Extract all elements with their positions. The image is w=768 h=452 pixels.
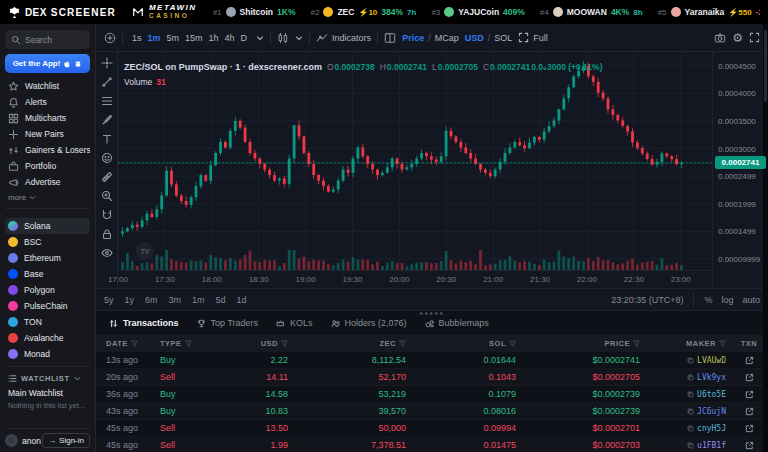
transaction-row[interactable]: 45s agoSell13.5050,0000.09994$0.0002701c… <box>96 420 768 437</box>
filter-funnel-icon[interactable] <box>185 340 192 347</box>
range-button-1y[interactable]: 1y <box>125 295 135 305</box>
maker-copy-icon[interactable] <box>687 357 694 364</box>
chain-item-pulsechain[interactable]: PulseChain <box>5 298 90 314</box>
settings-gear-icon[interactable]: ⚙ <box>732 32 743 44</box>
maker-copy-icon[interactable] <box>687 408 694 415</box>
tx-maker[interactable]: u1FB1f <box>652 437 730 452</box>
chain-item-bsc[interactable]: BSC <box>5 234 90 250</box>
transaction-row[interactable]: 20s agoSell14.1152,1700.1043$0.0002705LV… <box>96 369 768 386</box>
timeframe-button-1m[interactable]: 1m <box>145 31 164 45</box>
watchlist-header[interactable]: WATCHLIST <box>5 371 90 386</box>
filter-funnel-icon[interactable] <box>509 340 516 347</box>
filter-funnel-icon[interactable] <box>131 340 138 347</box>
column-header-maker[interactable]: MAKER <box>652 335 730 352</box>
trendline-tool-icon[interactable] <box>101 76 113 88</box>
usd-sol-toggle[interactable]: USD/SOL <box>465 33 513 43</box>
time-axis[interactable]: 17:0017:3018:0018:3019:0019:3020:0020:30… <box>118 270 712 288</box>
scale-mode-log[interactable]: log <box>721 295 733 305</box>
tx-maker[interactable]: cnyH5J <box>652 420 730 436</box>
range-button-5d[interactable]: 5d <box>216 295 226 305</box>
chain-item-monad[interactable]: Monad <box>5 346 90 362</box>
indicators-button[interactable]: Indicators <box>316 32 371 44</box>
transaction-row[interactable]: 13s agoBuy2.228,112.540.01644$0.0002741L… <box>96 352 768 369</box>
maker-copy-icon[interactable] <box>687 391 694 398</box>
chain-item-solana[interactable]: Solana <box>5 218 90 234</box>
sidebar-item-portfolio[interactable]: Portfolio <box>5 158 90 174</box>
brand-logo[interactable]: DEXSCREENER <box>8 6 116 19</box>
sidebar-item-gainers-losers[interactable]: Gainers & Losers <box>5 142 90 158</box>
layout-grid-icon[interactable] <box>384 32 396 44</box>
scale-mode-percent[interactable]: % <box>704 295 712 305</box>
range-button-1m[interactable]: 1m <box>192 295 205 305</box>
ticker-item[interactable]: #2ZEC⚡10384%7h <box>311 7 417 17</box>
more-link[interactable]: more <box>5 190 90 204</box>
chain-item-base[interactable]: Base <box>5 266 90 282</box>
sidebar-item-advertise[interactable]: Advertise <box>5 174 90 190</box>
fullscreen-icon[interactable] <box>749 32 760 43</box>
range-button-6m[interactable]: 6m <box>145 295 158 305</box>
column-header-zec[interactable]: ZEC <box>306 335 424 352</box>
main-watchlist[interactable]: Main Watchlist <box>5 386 90 400</box>
sign-in-button[interactable]: → Sign-in <box>42 433 90 448</box>
zoom-tool-icon[interactable] <box>101 190 113 202</box>
search-input[interactable]: Search <box>5 30 90 49</box>
filter-funnel-icon[interactable] <box>719 340 726 347</box>
panel-resize-handle[interactable]: ••••• <box>419 311 444 317</box>
lock-tool-icon[interactable] <box>101 228 113 240</box>
page-scrollbar[interactable] <box>763 24 768 452</box>
timeframe-button-1s[interactable]: 1s <box>129 31 145 45</box>
filter-funnel-icon[interactable] <box>281 340 288 347</box>
ticker-item[interactable]: #5Yaranaika⚡550-25% <box>658 7 760 17</box>
ticker-item[interactable]: #3YAJUCoin409% <box>431 7 524 17</box>
sidebar-item-watchlist[interactable]: Watchlist <box>5 78 90 94</box>
sidebar-item-multicharts[interactable]: Multicharts <box>5 110 90 126</box>
tab-holders-[interactable]: Holders (2,076) <box>322 311 416 335</box>
get-app-button[interactable]: Get the App! <box>5 54 90 73</box>
sidebar-item-new-pairs[interactable]: New Pairs <box>5 126 90 142</box>
scrollbar-thumb[interactable] <box>764 30 767 102</box>
text-tool-icon[interactable] <box>101 133 113 145</box>
magnet-tool-icon[interactable] <box>101 209 113 221</box>
maker-copy-icon[interactable] <box>687 442 694 449</box>
metawin-ad[interactable]: METAWIN CASINO <box>126 4 203 20</box>
tx-maker[interactable]: LVAUwD <box>652 352 730 368</box>
column-header-price[interactable]: PRICE <box>534 335 652 352</box>
tradingview-logo[interactable]: TV <box>136 242 154 260</box>
column-header-date[interactable]: DATE <box>96 335 160 352</box>
maker-copy-icon[interactable] <box>687 374 694 381</box>
transaction-row[interactable]: 36s agoBuy14.5853,2190.1079$0.0002739U6t… <box>96 386 768 403</box>
user-menu[interactable]: ☺ anon <box>5 434 41 447</box>
filter-funnel-icon[interactable] <box>633 340 640 347</box>
timeframe-button-D[interactable]: D <box>238 31 251 45</box>
filter-funnel-icon[interactable] <box>399 340 406 347</box>
fib-tool-icon[interactable] <box>101 95 113 107</box>
crosshair-tool-icon[interactable] <box>101 57 113 69</box>
tab-transactions[interactable]: Transactions <box>100 311 188 335</box>
measure-tool-icon[interactable] <box>101 171 113 183</box>
ticker-item[interactable]: #1Shitcoin1K% <box>213 7 296 17</box>
full-button[interactable]: Full <box>518 32 548 43</box>
chain-item-avalanche[interactable]: Avalanche <box>5 330 90 346</box>
price-axis[interactable]: 0.00045000.00040000.00035000.00030000.00… <box>712 52 768 288</box>
chain-item-polygon[interactable]: Polygon <box>5 282 90 298</box>
chain-item-ethereum[interactable]: Ethereum <box>5 250 90 266</box>
ticker-item[interactable]: #4MOOWAN4K%8h <box>540 7 643 17</box>
emoji-tool-icon[interactable] <box>101 152 113 164</box>
clock[interactable]: 23:20:35 (UTC+8) <box>611 295 683 305</box>
camera-icon[interactable] <box>714 32 726 44</box>
range-button-3m[interactable]: 3m <box>169 295 182 305</box>
timeframe-button-4h[interactable]: 4h <box>222 31 238 45</box>
timeframe-button-15m[interactable]: 15m <box>182 31 206 45</box>
range-button-1d[interactable]: 1d <box>237 295 247 305</box>
range-button-5y[interactable]: 5y <box>104 295 114 305</box>
column-header-sol[interactable]: SOL <box>424 335 534 352</box>
chart-style-icon[interactable] <box>277 32 289 44</box>
brush-tool-icon[interactable] <box>101 114 113 126</box>
chart-canvas[interactable]: ZEC/SOL on PumpSwap · 1 · dexscreener.co… <box>118 52 712 270</box>
compare-add-icon[interactable] <box>104 32 116 44</box>
transaction-row[interactable]: 43s agoBuy10.8339,5700.08016$0.0002739JC… <box>96 403 768 420</box>
timeframe-caret-icon[interactable] <box>256 34 264 42</box>
timeframe-button-5m[interactable]: 5m <box>164 31 183 45</box>
column-header-usd[interactable]: USD <box>216 335 306 352</box>
maker-copy-icon[interactable] <box>687 425 694 432</box>
